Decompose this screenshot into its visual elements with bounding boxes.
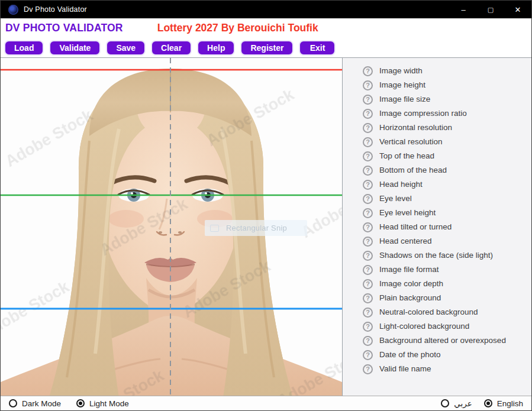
radio-circle[interactable]: [484, 399, 492, 407]
validation-checklist: ?Image width?Image height?Image file siz…: [343, 58, 531, 397]
radio-label: Light Mode: [89, 399, 129, 408]
window-title: Dv Photo Validator: [24, 5, 87, 14]
theme-radio-dark-mode[interactable]: Dark Mode: [9, 399, 61, 408]
check-label: Image width: [379, 65, 423, 77]
question-status-icon: ?: [363, 251, 373, 261]
check-label: Image compression ratio: [379, 108, 467, 120]
question-status-icon: ?: [363, 180, 373, 190]
question-status-icon: ?: [363, 95, 373, 105]
check-row: ?Shadows on the face (side light): [363, 248, 531, 263]
check-label: Background altered or overexposed: [379, 335, 506, 347]
window-controls: – ▢ ✕: [450, 1, 531, 18]
question-status-icon: ?: [363, 237, 373, 247]
check-row: ?Vertical resolution: [363, 135, 531, 149]
question-status-icon: ?: [363, 80, 373, 90]
check-row: ?Image color depth: [363, 277, 531, 291]
check-row: ?Date of the photo: [363, 348, 531, 362]
question-status-icon: ?: [363, 109, 373, 119]
theme-radio-group: Dark ModeLight Mode: [9, 399, 129, 408]
check-row: ?Image width: [363, 64, 531, 78]
question-status-icon: ?: [363, 364, 373, 374]
question-status-icon: ?: [363, 151, 373, 161]
check-label: Shadows on the face (side light): [379, 250, 493, 262]
main-content: Adobe StockAdobe StockAdobe StockAdobe S…: [1, 57, 531, 397]
check-row: ?Eye level height: [363, 206, 531, 220]
status-bar: Dark ModeLight Mode عربيEnglish: [1, 396, 531, 410]
check-row: ?Background altered or overexposed: [363, 334, 531, 348]
check-label: Image file size: [379, 93, 430, 106]
check-row: ?Image compression ratio: [363, 106, 531, 121]
app-title: DV PHOTO VALIDATOR: [5, 22, 123, 34]
check-label: Head height: [379, 179, 423, 191]
check-label: Valid file name: [379, 363, 431, 376]
question-status-icon: ?: [363, 336, 373, 346]
app-window: Dv Photo Validator – ▢ ✕ DV PHOTO VALIDA…: [0, 0, 532, 411]
check-label: Horizontal resolution: [379, 122, 452, 134]
radio-label: English: [497, 399, 523, 408]
header-subtitle: Lottery 2027 By Berouichi Toufik: [157, 22, 318, 34]
check-label: Image file format: [379, 264, 439, 276]
check-label: Vertical resolution: [379, 136, 443, 148]
check-row: ?Horizontal resolution: [363, 121, 531, 135]
question-status-icon: ?: [363, 279, 373, 289]
radio-circle[interactable]: [9, 399, 17, 407]
check-label: Plain background: [379, 292, 441, 305]
question-status-icon: ?: [363, 293, 373, 303]
question-status-icon: ?: [363, 194, 373, 204]
check-row: ?Light-colored background: [363, 319, 531, 334]
check-row: ?Image file format: [363, 263, 531, 277]
check-row: ?Neutral-colored background: [363, 305, 531, 319]
help-button[interactable]: Help: [197, 40, 235, 56]
save-button[interactable]: Save: [106, 40, 146, 56]
radio-label: عربي: [454, 399, 472, 408]
check-row: ?Bottom of the head: [363, 163, 531, 177]
radio-circle[interactable]: [76, 399, 85, 407]
radio-circle[interactable]: [441, 399, 449, 407]
check-label: Image color depth: [379, 278, 443, 290]
question-status-icon: ?: [363, 308, 373, 318]
theme-radio-light-mode[interactable]: Light Mode: [76, 399, 129, 408]
check-row: ?Head tilted or turned: [363, 220, 531, 234]
question-status-icon: ?: [363, 322, 373, 332]
check-label: Head tilted or turned: [379, 221, 452, 234]
question-status-icon: ?: [363, 166, 373, 176]
check-label: Top of the head: [379, 150, 434, 163]
maximize-button[interactable]: ▢: [477, 1, 504, 18]
check-label: Bottom of the head: [379, 164, 447, 177]
check-label: Date of the photo: [379, 349, 441, 361]
validate-button[interactable]: Validate: [49, 40, 101, 56]
check-row: ?Head height: [363, 177, 531, 192]
question-status-icon: ?: [363, 66, 373, 76]
radio-label: Dark Mode: [22, 399, 61, 408]
clear-button[interactable]: Clear: [151, 40, 192, 56]
check-row: ?Image height: [363, 78, 531, 92]
check-row: ?Top of the head: [363, 149, 531, 163]
check-label: Eye level height: [379, 207, 436, 219]
register-button[interactable]: Register: [240, 40, 294, 56]
exit-button[interactable]: Exit: [299, 40, 336, 56]
question-status-icon: ?: [363, 265, 373, 275]
check-label: Image height: [379, 79, 425, 92]
check-row: ?Head centered: [363, 234, 531, 248]
language-radio-عربي[interactable]: عربي: [441, 399, 472, 408]
question-status-icon: ?: [363, 350, 373, 360]
minimize-button[interactable]: –: [450, 1, 477, 18]
language-radio-group: عربيEnglish: [441, 399, 523, 408]
check-label: Eye level: [379, 193, 412, 205]
question-status-icon: ?: [363, 222, 373, 232]
check-label: Light-colored background: [379, 321, 469, 333]
check-row: ?Plain background: [363, 291, 531, 305]
question-status-icon: ?: [363, 208, 373, 218]
question-status-icon: ?: [363, 137, 373, 147]
check-label: Head centered: [379, 235, 432, 248]
portrait-photo: Adobe StockAdobe StockAdobe StockAdobe S…: [1, 58, 342, 397]
question-status-icon: ?: [363, 123, 373, 133]
photo-preview-panel: Adobe StockAdobe StockAdobe StockAdobe S…: [1, 58, 343, 397]
app-icon: [8, 5, 18, 15]
language-radio-english[interactable]: English: [484, 399, 523, 408]
close-button[interactable]: ✕: [504, 1, 531, 18]
check-row: ?Eye level: [363, 192, 531, 206]
load-button[interactable]: Load: [4, 40, 44, 56]
check-label: Neutral-colored background: [379, 306, 478, 319]
header: DV PHOTO VALIDATOR Lottery 2027 By Berou…: [1, 18, 531, 38]
